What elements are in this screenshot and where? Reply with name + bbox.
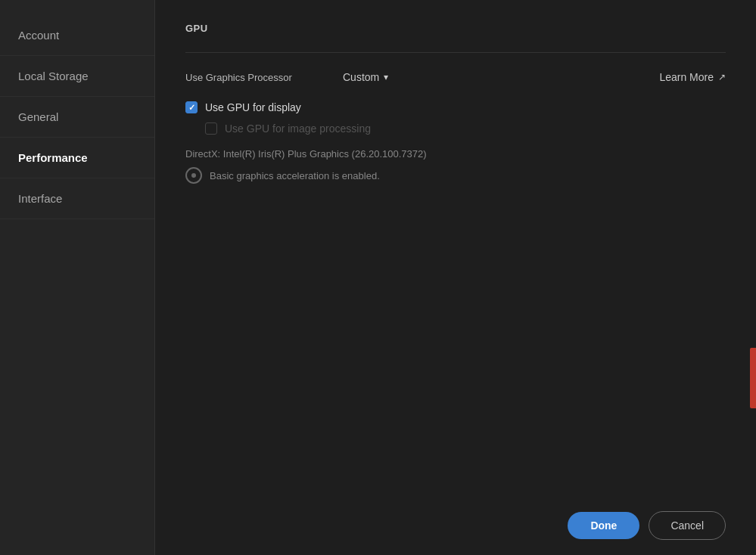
gpu-display-label: Use GPU for display	[205, 101, 301, 113]
sidebar-item-general[interactable]: General	[0, 97, 154, 138]
sidebar-item-local-storage[interactable]: Local Storage	[0, 56, 154, 97]
status-row: Basic graphics acceleration is enabled.	[185, 167, 726, 184]
divider	[185, 52, 726, 53]
section-title: GPU	[185, 23, 726, 34]
sidebar-item-performance[interactable]: Performance	[0, 138, 154, 178]
dropdown-value: Custom	[343, 71, 379, 83]
sidebar-item-interface[interactable]: Interface	[0, 178, 154, 219]
footer: Done Cancel	[155, 496, 756, 555]
learn-more-button[interactable]: Learn More ↗	[659, 71, 726, 83]
gpu-display-checkbox[interactable]	[185, 101, 198, 113]
gpu-image-label: Use GPU for image processing	[225, 122, 371, 135]
cancel-button[interactable]: Cancel	[649, 511, 726, 540]
sidebar-item-account[interactable]: Account	[0, 15, 154, 56]
gpu-setting-row: Use Graphics Processor Custom ▾ Learn Mo…	[185, 68, 726, 86]
status-text: Basic graphics acceleration is enabled.	[210, 170, 380, 181]
sidebar: AccountLocal StorageGeneralPerformanceIn…	[0, 0, 155, 555]
use-graphics-processor-label: Use Graphics Processor	[185, 72, 337, 83]
content-area: GPU Use Graphics Processor Custom ▾ Lear…	[155, 0, 756, 496]
directx-info: DirectX: Intel(R) Iris(R) Plus Graphics …	[185, 148, 726, 160]
gpu-image-checkbox[interactable]	[205, 122, 217, 135]
custom-dropdown[interactable]: Custom ▾	[337, 68, 394, 86]
gpu-image-row: Use GPU for image processing	[205, 122, 726, 135]
external-link-icon: ↗	[718, 72, 726, 82]
gpu-display-row: Use GPU for display	[185, 101, 726, 113]
main-content: GPU Use Graphics Processor Custom ▾ Lear…	[155, 0, 756, 555]
done-button[interactable]: Done	[568, 512, 639, 539]
status-icon	[185, 167, 202, 184]
red-edge-decoration	[750, 348, 756, 408]
chevron-down-icon: ▾	[384, 72, 388, 82]
learn-more-label: Learn More	[659, 71, 714, 83]
